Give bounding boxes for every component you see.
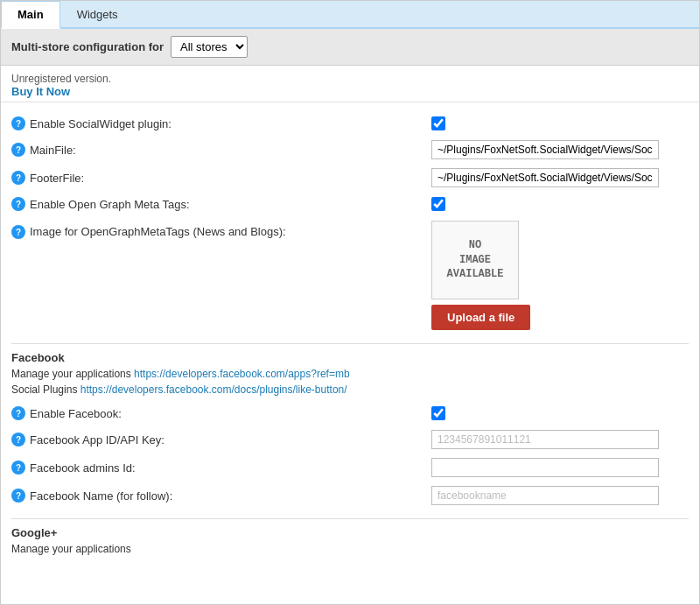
enable-open-graph-value <box>431 197 689 211</box>
tab-main[interactable]: Main <box>1 1 60 29</box>
main-file-value <box>431 140 689 159</box>
enable-social-widget-help-icon[interactable]: ? <box>11 116 25 130</box>
image-placeholder: NOIMAGEAVAILABLE <box>431 221 519 299</box>
enable-facebook-label: Enable Facebook: <box>30 407 122 420</box>
upload-file-button[interactable]: Upload a file <box>431 305 530 330</box>
image-open-graph-label: Image for OpenGraphMetaTags (News and Bl… <box>30 225 286 238</box>
googleplus-header: Google+ <box>11 526 689 539</box>
googleplus-section: Google+ Manage your applications <box>11 526 689 557</box>
facebook-name-help-icon[interactable]: ? <box>11 489 25 503</box>
googleplus-desc: Manage your applications <box>11 541 689 557</box>
facebook-admins-id-input[interactable] <box>431 458 659 477</box>
main-file-row: ? MainFile: <box>11 136 689 164</box>
facebook-name-label-col: ? Facebook Name (for follow): <box>11 489 431 503</box>
facebook-admins-id-label: Facebook admins Id: <box>30 461 136 475</box>
facebook-desc-line2-prefix: Social Plugins <box>11 383 80 396</box>
facebook-link1[interactable]: https://developers.facebook.com/apps?ref… <box>134 368 349 380</box>
enable-facebook-label-col: ? Enable Facebook: <box>11 406 431 420</box>
enable-social-widget-row: ? Enable SocialWidget plugin: <box>11 111 689 136</box>
enable-social-widget-checkbox[interactable] <box>431 116 445 130</box>
enable-social-widget-value <box>431 116 689 130</box>
enable-open-graph-help-icon[interactable]: ? <box>11 197 25 211</box>
version-notice: Unregistered version. Buy It Now <box>1 66 699 102</box>
divider-googleplus <box>11 518 689 519</box>
footer-file-label-col: ? FooterFile: <box>11 171 431 185</box>
facebook-header: Facebook <box>11 351 689 364</box>
facebook-app-id-help-icon[interactable]: ? <box>11 433 25 447</box>
upload-section: NOIMAGEAVAILABLE Upload a file <box>431 221 530 330</box>
enable-open-graph-row: ? Enable Open Graph Meta Tags: <box>11 192 689 216</box>
facebook-desc: Manage your applications https://develop… <box>11 366 689 397</box>
facebook-app-id-label: Facebook App ID/API Key: <box>30 433 164 447</box>
footer-file-input[interactable] <box>431 168 659 187</box>
facebook-admins-id-label-col: ? Facebook admins Id: <box>11 461 431 475</box>
facebook-desc-prefix: Manage your applications <box>11 368 134 380</box>
enable-open-graph-label-col: ? Enable Open Graph Meta Tags: <box>11 197 431 211</box>
image-open-graph-row: ? Image for OpenGraphMetaTags (News and … <box>11 216 689 334</box>
tabs-bar: Main Widgets <box>1 1 699 29</box>
main-file-label-col: ? MainFile: <box>11 143 431 157</box>
enable-open-graph-label: Enable Open Graph Meta Tags: <box>30 198 190 211</box>
enable-open-graph-checkbox[interactable] <box>431 197 445 211</box>
enable-facebook-help-icon[interactable]: ? <box>11 406 25 420</box>
facebook-app-id-label-col: ? Facebook App ID/API Key: <box>11 433 431 447</box>
enable-facebook-checkbox[interactable] <box>431 406 445 420</box>
divider-facebook <box>11 343 689 344</box>
facebook-section: Facebook Manage your applications https:… <box>11 351 689 510</box>
facebook-app-id-row: ? Facebook App ID/API Key: <box>11 426 689 454</box>
footer-file-row: ? FooterFile: <box>11 164 689 192</box>
facebook-admins-id-help-icon[interactable]: ? <box>11 461 25 475</box>
enable-social-widget-label-col: ? Enable SocialWidget plugin: <box>11 116 431 130</box>
facebook-name-input[interactable] <box>431 486 659 505</box>
enable-facebook-row: ? Enable Facebook: <box>11 401 689 426</box>
enable-social-widget-label: Enable SocialWidget plugin: <box>30 117 172 130</box>
enable-facebook-value <box>431 406 689 420</box>
facebook-name-row: ? Facebook Name (for follow): <box>11 482 689 510</box>
image-open-graph-label-col: ? Image for OpenGraphMetaTags (News and … <box>11 221 431 239</box>
footer-file-help-icon[interactable]: ? <box>11 171 25 185</box>
footer-file-label: FooterFile: <box>30 172 84 185</box>
image-open-graph-help-icon[interactable]: ? <box>11 225 25 239</box>
multistore-label: Multi-store configuration for <box>11 40 164 53</box>
buy-it-now-link[interactable]: Buy It Now <box>11 85 70 98</box>
facebook-admins-id-value <box>431 458 689 477</box>
facebook-admins-id-row: ? Facebook admins Id: <box>11 454 689 482</box>
main-file-help-icon[interactable]: ? <box>11 143 25 157</box>
image-open-graph-value: NOIMAGEAVAILABLE Upload a file <box>431 221 530 330</box>
facebook-name-label: Facebook Name (for follow): <box>30 489 172 503</box>
page-wrapper: Main Widgets Multi-store configuration f… <box>0 0 700 605</box>
main-file-input[interactable] <box>431 140 659 159</box>
facebook-name-value <box>431 486 689 505</box>
tab-widgets[interactable]: Widgets <box>60 1 135 27</box>
multistore-select[interactable]: All stores <box>171 36 248 58</box>
main-file-label: MainFile: <box>30 144 76 157</box>
facebook-link2[interactable]: https://developers.facebook.com/docs/plu… <box>80 383 347 396</box>
footer-file-value <box>431 168 689 187</box>
settings-content: ? Enable SocialWidget plugin: ? MainFile… <box>1 102 699 569</box>
facebook-app-id-input[interactable] <box>431 430 659 449</box>
multistore-bar: Multi-store configuration for All stores <box>1 29 699 66</box>
facebook-app-id-value <box>431 430 689 449</box>
unregistered-text: Unregistered version. <box>11 73 689 85</box>
